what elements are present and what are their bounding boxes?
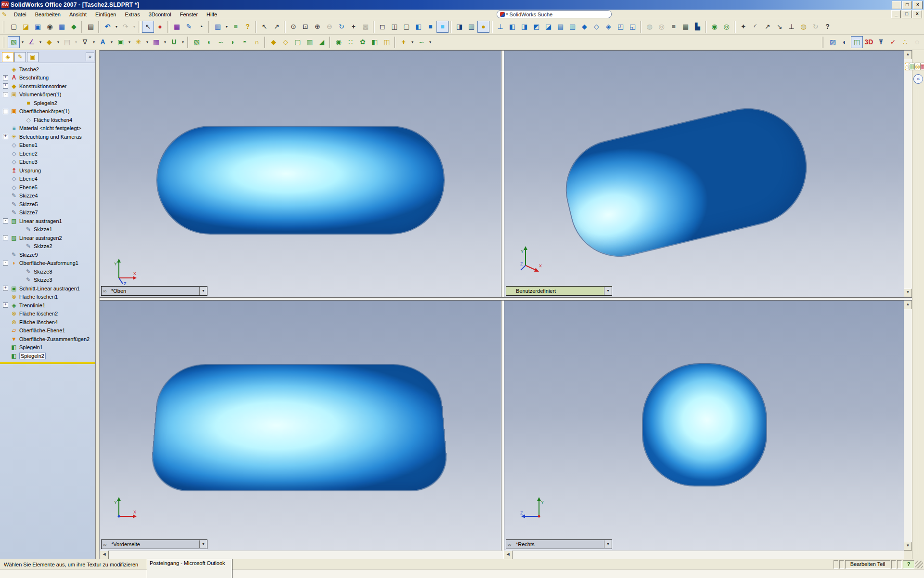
view-bottom-icon[interactable]: ▥ [566,21,578,33]
reference-geometry-icon[interactable]: + [398,36,410,48]
annotation-caret-icon[interactable]: ▾ [109,36,115,48]
vertical-scrollbar[interactable]: ▲ ▼ [904,301,912,551]
tree-item[interactable]: + ☀ Beleuchtung und Kameras [1,132,95,141]
menu-fenster[interactable]: Fenster [176,11,202,18]
rib-icon[interactable]: ▥ [304,36,316,48]
tree-item[interactable]: ◈ Tasche2 [1,65,95,74]
disabled-tool2-icon[interactable]: ▤ [61,36,73,48]
solidworks-search[interactable]: ▾ SolidWorks Suche [497,10,612,18]
reference-point-caret-icon[interactable]: ▾ [144,36,150,48]
search-input[interactable]: SolidWorks Suche [510,12,553,17]
extrude-tool-icon[interactable]: ▧ [8,36,20,48]
hole-wizard-icon[interactable]: ◉ [333,36,345,48]
curves-caret-icon[interactable]: ▾ [427,36,433,48]
update-icon[interactable]: ↻ [809,21,821,33]
menu-einfuegen[interactable]: Einfügen [91,11,120,18]
chevron-down-icon[interactable]: ▾ [199,540,207,548]
viewport-layout-icon[interactable]: ▥ [212,21,224,33]
tree-item[interactable]: ↥ Ursprung [1,166,95,175]
print-icon[interactable]: ▤ [85,21,97,33]
redo-icon[interactable]: ↷ [119,21,131,33]
tree-item[interactable]: ✎ Skizze4 [1,192,95,200]
taskpane-toolbox-icon[interactable]: ▦ [920,63,924,70]
view-dimetric-icon[interactable]: ◈ [603,21,615,33]
model-right-view[interactable] [643,364,766,486]
view-single-icon[interactable]: ◰ [615,21,627,33]
tree-item[interactable]: ✎ Skizze3 [1,276,95,285]
dimension-tool-icon[interactable]: ∠ [26,36,38,48]
tree-expander[interactable]: + [3,75,8,80]
select-icon[interactable]: ↖ [142,21,154,33]
measure-icon[interactable]: ◔ [195,21,207,33]
tree-item[interactable]: ⊗ Fläche löschen2 [1,310,95,318]
save-icon[interactable]: ▣ [32,21,44,33]
tree-item[interactable]: - ▧ Linear austragen2 [1,234,95,242]
redo-caret-icon[interactable]: ▾ [131,21,137,33]
format-lines-icon[interactable]: ≡ [667,21,680,33]
undo-icon[interactable]: ↶ [102,21,114,33]
help2-icon[interactable]: ? [821,21,834,33]
pattern-table-icon[interactable]: ▦ [150,36,162,48]
tree-expander[interactable]: + [3,286,8,291]
menu-datei[interactable]: Datei [10,11,31,18]
vertical-scrollbar[interactable]: ▲ ▼ [904,51,912,297]
menu-extras[interactable]: Extras [120,11,144,18]
hidden-lines-removed-icon[interactable]: ▢ [400,21,412,33]
view-isometric-icon[interactable]: ◆ [578,21,590,33]
viewport-custom[interactable]: Y X Z Benutzerdefiniert ▾ [504,51,904,297]
solidworks-explorer-icon[interactable]: ◆ [68,21,80,33]
doc-restore-button[interactable]: □ [902,10,911,18]
undercut-analysis-icon[interactable]: ◎ [655,21,667,33]
tree-item[interactable]: ◇ Ebene3 [1,158,95,167]
tree-item[interactable]: ⊗ Fläche löschen4 [1,318,95,327]
curves-icon[interactable]: ∽ [415,36,427,48]
normal-to-icon[interactable]: ⊥ [494,21,506,33]
view-back-icon[interactable]: ◨ [518,21,530,33]
tree-item[interactable]: ◇ Fläche löschen4 [1,116,95,124]
scrollbar-track[interactable] [904,309,912,542]
tree-item[interactable]: - ◗ Oberfläche-Ausformung1 [1,259,95,268]
tree-item[interactable]: ■ Spiegeln2 [1,99,95,107]
scroll-left-icon[interactable]: ◀ [100,551,109,559]
tree-item[interactable]: ✎ Skizze5 [1,200,95,209]
background-window-title[interactable]: Posteingang - Microsoft Outlook [147,559,232,578]
tree-expander[interactable]: - [3,92,8,97]
tree-expander[interactable]: + [3,134,8,139]
viewport-top[interactable]: Y X Z ∞ *Oben ▾ [100,51,501,297]
display-pane-icon[interactable]: ≡ [230,21,242,33]
zoom-area-icon[interactable]: ⊡ [299,21,311,33]
tree-item[interactable]: ▼ Oberfläche-Zusammenfügen2 [1,335,95,343]
panel-splitter[interactable] [96,50,100,559]
tree-expander[interactable]: - [3,109,8,114]
zoom-previous-icon[interactable]: ⊖ [323,21,335,33]
zoom-fit-icon[interactable]: ⊙ [287,21,299,33]
tree-item[interactable]: - ▣ Volumenkörper(1) [1,91,95,99]
sketch-point-icon[interactable]: ✦ [737,21,749,33]
design-table-icon[interactable]: ▦ [680,21,692,33]
tree-item[interactable]: + A Beschriftung [1,74,95,82]
rotate-view-icon[interactable]: ↻ [335,21,347,33]
extrude-tool-caret-icon[interactable]: ▾ [20,36,26,48]
face-select-icon[interactable]: ◍ [797,21,809,33]
scroll-up-icon[interactable]: ▲ [904,51,912,59]
quick-tips-icon[interactable]: ? [903,560,914,569]
viewport-front[interactable]: Y X ∞ *Vorderseite ▾ [100,301,501,551]
select-filter-icon[interactable]: ∇ [79,36,91,48]
design-checker-icon[interactable]: ✓ [887,36,899,48]
spline-curve-caret-icon[interactable]: ▾ [180,36,186,48]
featuremanager-tab[interactable]: ◈ [2,52,13,62]
viewport-splitter[interactable] [501,51,504,297]
shaded-current-icon[interactable]: ■ [436,21,449,33]
disabled-tool-icon[interactable]: ▩ [359,21,372,33]
viewport-splitter-horizontal[interactable] [100,297,912,301]
maximize-button[interactable]: □ [902,1,912,9]
swept-boss-icon[interactable]: ∽ [215,36,227,48]
menu-bearbeiten[interactable]: Bearbeiten [31,11,65,18]
tree-item[interactable]: ✎ Skizze8 [1,267,95,276]
tree-item[interactable]: ⊗ Fläche löschen1 [1,293,95,302]
combine-bodies-icon[interactable]: ◫ [381,36,393,48]
sketch-arc-icon[interactable]: ◜ [749,21,761,33]
task-pane-grip[interactable] [917,89,920,554]
snapshot-icon[interactable]: ◉ [44,21,56,33]
tree-item[interactable]: ≡ Material <nicht festgelegt> [1,124,95,133]
